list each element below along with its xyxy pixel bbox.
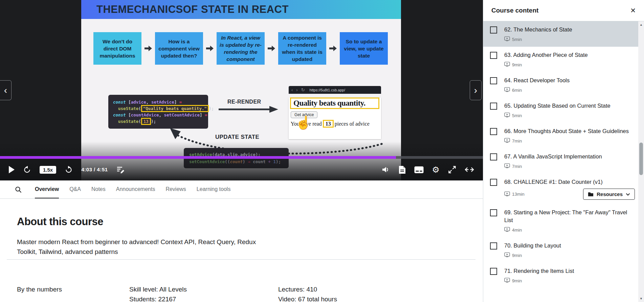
lecture-title: 63. Adding Another Piece of State xyxy=(504,51,635,59)
advice-quote: Quality beats quantity. xyxy=(290,98,379,109)
lecture-duration: 9min xyxy=(512,62,522,67)
browser-address-bar: ‹ › ↻ https://5u8t1.csb.app/ xyxy=(289,86,381,94)
lecture-duration: 7min xyxy=(512,164,522,169)
slide-title-part: OF STATE IN REACT xyxy=(183,3,289,16)
lecture-duration: 13min xyxy=(512,192,525,197)
close-icon[interactable]: ✕ xyxy=(630,6,636,15)
flow-arrow-icon xyxy=(267,45,276,52)
update-state-label: UPDATE STATE xyxy=(215,134,259,141)
lecture-item[interactable]: 67. A Vanilla JavaScript Implementation7… xyxy=(483,148,638,174)
tab-announcements[interactable]: Announcements xyxy=(116,180,155,198)
resources-label: Resources xyxy=(597,191,623,197)
lecture-title: 62. The Mechanics of State xyxy=(504,26,635,34)
lecture-checkbox[interactable] xyxy=(490,128,497,135)
lecture-duration: 4min xyxy=(512,228,522,233)
lecture-checkbox[interactable] xyxy=(490,52,497,59)
tab-learning-tools[interactable]: Learning tools xyxy=(197,180,231,198)
lecture-item[interactable]: 62. The Mechanics of State5min xyxy=(483,21,638,47)
search-icon[interactable] xyxy=(15,180,22,198)
expanded-view-icon[interactable] xyxy=(465,167,474,172)
flow-arrow-icon xyxy=(143,45,153,52)
lecture-duration: 9min xyxy=(512,253,522,258)
lecture-title: 71. Rendering the Items List xyxy=(504,267,635,275)
lecture-list: 62. The Mechanics of State5min63. Adding… xyxy=(483,21,638,302)
lecture-checkbox[interactable] xyxy=(490,242,497,250)
sidebar-title: Course content xyxy=(491,7,538,14)
stats-label: By the numbers xyxy=(17,284,62,294)
hand-cursor-icon: ☝ xyxy=(295,115,311,130)
lectures-count: Lectures: 410 xyxy=(278,284,337,294)
skill-level: Skill level: All Levels xyxy=(129,284,187,294)
lecture-item[interactable]: 64. React Developer Tools6min xyxy=(483,72,638,98)
flow-box-3: In React, a view is updated by re-render… xyxy=(217,32,265,65)
fullscreen-icon[interactable] xyxy=(448,166,456,174)
code-line: const [advice, setAdvice] = xyxy=(113,99,203,105)
lecture-item[interactable]: 69. Starting a New Project: The "Far Awa… xyxy=(483,204,638,237)
previous-lecture-button[interactable]: ‹ xyxy=(0,80,12,100)
about-description: Master modern React from beginner to adv… xyxy=(17,237,277,257)
video-play-icon xyxy=(504,191,510,197)
video-play-icon xyxy=(504,163,510,169)
code-line: useState("Quality beats quantity."); xyxy=(113,105,203,112)
lecture-checkbox[interactable] xyxy=(490,103,497,110)
browser-back-icon: ‹ xyxy=(291,87,293,92)
scroll-up-icon[interactable]: ▲ xyxy=(638,22,644,27)
time-display: 4:03 / 4:51 xyxy=(81,167,108,173)
lecture-checkbox[interactable] xyxy=(490,268,497,275)
controls-left: 1.5x 4:03 / 4:51 xyxy=(9,166,125,174)
tab-notes[interactable]: Notes xyxy=(91,180,106,198)
resources-dropdown-button[interactable]: Resources xyxy=(583,189,635,200)
lecture-checkbox[interactable] xyxy=(490,209,497,216)
lecture-item[interactable]: 65. Updating State Based on Current Stat… xyxy=(483,98,638,123)
lecture-item[interactable]: 66. More Thoughts About State + State Gu… xyxy=(483,123,638,148)
flow-arrow-icon xyxy=(328,45,338,52)
section-divider xyxy=(7,259,475,260)
video-player[interactable]: THE MECHANICS OF STATE IN REACT We don't… xyxy=(0,0,483,180)
lecture-item[interactable]: 71. Rendering the Items List9min xyxy=(483,263,638,288)
counter-suffix: pieces of advice xyxy=(335,121,370,127)
transcript-icon[interactable] xyxy=(399,166,406,174)
tab-overview[interactable]: Overview xyxy=(35,180,59,198)
lecture-duration: 7min xyxy=(512,138,522,144)
lecture-checkbox[interactable] xyxy=(490,153,497,160)
slide-title-emphasis: MECHANICS xyxy=(118,3,183,16)
lecture-item[interactable]: 70. Building the Layout9min xyxy=(483,237,638,263)
tab-q-a[interactable]: Q&A xyxy=(69,180,81,198)
code-line: const [countAdvice, setCountAdvice] = xyxy=(113,112,203,118)
video-hours: Video: 67 total hours xyxy=(278,294,337,302)
settings-gear-icon[interactable]: ⚙ xyxy=(432,166,440,174)
play-button[interactable] xyxy=(9,166,15,173)
lecture-duration: 9min xyxy=(512,278,522,283)
scroll-down-icon[interactable]: ▼ xyxy=(638,296,644,301)
course-tabs: OverviewQ&ANotesAnnouncementsReviewsLear… xyxy=(0,180,483,199)
slide-title-part: THE xyxy=(96,3,118,16)
browser-mockup: ‹ › ↻ https://5u8t1.csb.app/ Quality bea… xyxy=(289,86,381,139)
lecture-checkbox[interactable] xyxy=(490,179,497,186)
lecture-title: 64. React Developer Tools xyxy=(504,77,635,84)
lecture-item[interactable]: 63. Adding Another Piece of State9min xyxy=(483,47,638,72)
sidebar-header: Course content ✕ xyxy=(483,0,644,21)
volume-icon[interactable] xyxy=(381,166,390,174)
lecture-title: 69. Starting a New Project: The "Far Awa… xyxy=(504,209,635,224)
video-play-icon xyxy=(504,87,510,93)
playback-speed-button[interactable]: 1.5x xyxy=(40,166,56,174)
forward-button[interactable] xyxy=(65,166,73,174)
re-render-label: RE-RENDER xyxy=(227,99,261,105)
lecture-checkbox[interactable] xyxy=(490,26,497,34)
lecture-checkbox[interactable] xyxy=(490,77,497,84)
browser-reload-icon: ↻ xyxy=(301,87,305,92)
stats-lectures-video: Lectures: 410 Video: 67 total hours xyxy=(278,284,337,302)
rewind-button[interactable] xyxy=(23,166,31,174)
course-content-sidebar: Course content ✕ 62. The Mechanics of St… xyxy=(483,0,644,302)
scrollbar-thumb[interactable] xyxy=(639,143,643,175)
lecture-title: 66. More Thoughts About State + State Gu… xyxy=(504,127,635,135)
lecture-item[interactable]: 68. CHALLENGE #1: Date Counter (v1)13min… xyxy=(483,174,638,204)
sidebar-scrollbar[interactable]: ▲ ▼ xyxy=(638,21,644,302)
progress-bar[interactable] xyxy=(0,156,483,159)
tab-reviews[interactable]: Reviews xyxy=(165,180,186,198)
captions-icon[interactable] xyxy=(414,166,424,173)
add-note-icon[interactable] xyxy=(116,166,125,174)
next-lecture-button[interactable]: › xyxy=(470,80,482,100)
lecture-title: 65. Updating State Based on Current Stat… xyxy=(504,102,635,110)
video-play-icon xyxy=(504,278,510,284)
